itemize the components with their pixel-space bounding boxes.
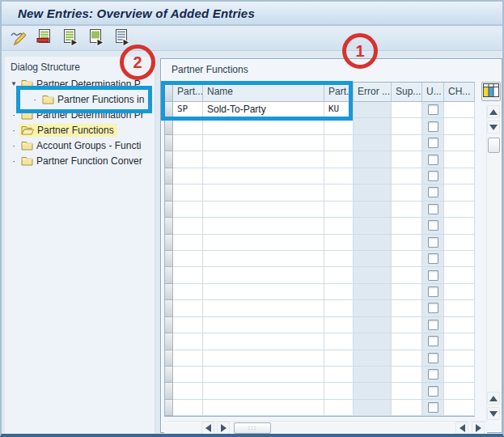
row-selector[interactable] <box>165 317 173 333</box>
cell-error[interactable] <box>354 367 392 383</box>
checkbox[interactable] <box>428 253 438 264</box>
cell-sup[interactable] <box>392 118 422 134</box>
column-header-part[interactable]: Part... <box>173 83 203 102</box>
cell-ch[interactable] <box>444 317 475 333</box>
cell-ch[interactable] <box>444 118 475 134</box>
sidebar-item-partner-determination-p[interactable]: ▼Partner Determination P <box>5 76 155 91</box>
cell-sup[interactable] <box>392 317 422 333</box>
cell-ch[interactable] <box>444 267 475 283</box>
cell-part[interactable]: KU <box>324 102 354 118</box>
scroll-left-button[interactable] <box>201 422 214 435</box>
cell-sup[interactable] <box>392 235 422 251</box>
delete-entry-button[interactable] <box>34 29 55 49</box>
cell-part[interactable] <box>173 151 203 168</box>
row-selector[interactable] <box>165 135 173 151</box>
cell-error[interactable] <box>354 333 392 350</box>
row-selector[interactable] <box>165 284 173 300</box>
scroll-right-end-button[interactable] <box>472 422 485 435</box>
cell-sup[interactable] <box>392 251 422 267</box>
cell-name[interactable] <box>203 367 324 383</box>
cell-sup[interactable] <box>392 202 422 218</box>
cell-part[interactable]: SP <box>173 102 203 118</box>
cell-sup[interactable] <box>392 102 422 118</box>
cell-part[interactable] <box>173 300 203 316</box>
cell-part[interactable] <box>324 218 354 234</box>
cell-ch[interactable] <box>444 333 475 350</box>
cell-name[interactable] <box>203 218 324 234</box>
cell-u[interactable] <box>422 367 444 383</box>
row-selector[interactable] <box>165 151 173 168</box>
row-selector[interactable] <box>165 383 173 399</box>
cell-part[interactable] <box>324 251 354 267</box>
cell-sup[interactable] <box>392 350 422 367</box>
cell-part[interactable] <box>324 118 354 134</box>
cell-sup[interactable] <box>392 151 422 168</box>
cell-part[interactable] <box>324 267 354 283</box>
cell-part[interactable] <box>173 333 203 350</box>
cell-name[interactable] <box>203 400 324 416</box>
cell-part[interactable] <box>173 400 203 416</box>
checkbox[interactable] <box>428 204 438 214</box>
cell-name[interactable] <box>203 333 324 350</box>
cell-part[interactable] <box>324 367 354 383</box>
row-selector[interactable] <box>165 168 173 185</box>
column-header-ch[interactable]: CH... <box>444 83 475 102</box>
column-header-u[interactable]: U... <box>422 83 444 102</box>
cell-sup[interactable] <box>392 168 422 185</box>
cell-ch[interactable] <box>444 102 475 118</box>
checkbox[interactable] <box>428 138 438 148</box>
table-settings-button[interactable] <box>481 82 501 101</box>
checkbox[interactable] <box>428 187 438 197</box>
cell-u[interactable] <box>422 168 444 185</box>
row-selector[interactable] <box>165 235 173 251</box>
cell-u[interactable] <box>422 400 444 416</box>
cell-part[interactable] <box>173 185 203 201</box>
scroll-up-bottom-button[interactable] <box>487 392 500 405</box>
row-selector[interactable] <box>165 251 173 267</box>
checkbox[interactable] <box>428 121 438 132</box>
cell-name[interactable] <box>203 235 324 251</box>
cell-u[interactable] <box>422 300 444 316</box>
sidebar-item-partner-function-conver[interactable]: ·Partner Function Conver <box>5 153 155 168</box>
cell-part[interactable] <box>324 202 354 218</box>
cell-part[interactable] <box>173 218 203 234</box>
cell-ch[interactable] <box>444 350 475 367</box>
scroll-right-button[interactable] <box>217 422 230 435</box>
checkbox[interactable] <box>428 171 438 181</box>
sidebar-item-partner-functions-in[interactable]: ·Partner Functions in <box>5 91 155 107</box>
cell-sup[interactable] <box>392 284 422 300</box>
checkbox[interactable] <box>428 220 438 231</box>
cell-u[interactable] <box>422 383 444 399</box>
cell-error[interactable] <box>354 135 392 151</box>
column-header-sup[interactable]: Sup... <box>392 83 422 102</box>
checkbox[interactable] <box>428 104 438 115</box>
cell-part[interactable] <box>173 284 203 300</box>
cell-name[interactable] <box>203 284 324 300</box>
cell-name[interactable] <box>203 135 324 151</box>
row-selector[interactable] <box>165 350 173 367</box>
cell-u[interactable] <box>422 218 444 234</box>
cell-part[interactable] <box>324 317 354 333</box>
cell-part[interactable] <box>324 135 354 151</box>
cell-error[interactable] <box>354 202 392 218</box>
scroll-down-button[interactable] <box>487 121 500 134</box>
deselect-all-button[interactable] <box>112 29 133 49</box>
cell-ch[interactable] <box>444 135 475 151</box>
cell-ch[interactable] <box>444 151 475 168</box>
cell-error[interactable] <box>354 317 392 333</box>
cell-part[interactable] <box>324 333 354 350</box>
cell-ch[interactable] <box>444 168 475 185</box>
cell-part[interactable] <box>173 235 203 251</box>
cell-name[interactable] <box>203 317 324 333</box>
row-selector[interactable] <box>165 202 173 218</box>
cell-error[interactable] <box>354 102 392 118</box>
cell-part[interactable] <box>173 135 203 151</box>
cell-ch[interactable] <box>444 300 475 316</box>
cell-error[interactable] <box>354 118 392 134</box>
cell-sup[interactable] <box>392 267 422 283</box>
sidebar-item-partner-determination-pr[interactable]: ·Partner Determination Pr <box>5 107 155 122</box>
cell-part[interactable] <box>324 168 354 185</box>
scroll-left-end-button[interactable] <box>455 422 468 435</box>
cell-part[interactable] <box>324 350 354 367</box>
cell-error[interactable] <box>354 151 392 168</box>
